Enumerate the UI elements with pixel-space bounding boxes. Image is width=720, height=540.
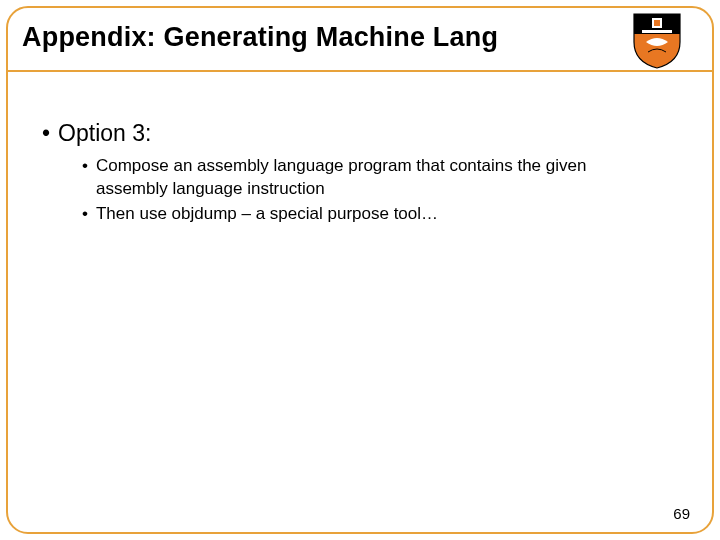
title-bar: Appendix: Generating Machine Lang [8, 8, 712, 72]
list-item: • Compose an assembly language program t… [82, 155, 672, 201]
option-row: • Option 3: [42, 120, 672, 147]
list-item-text: Compose an assembly language program tha… [96, 155, 656, 201]
svg-rect-2 [642, 30, 672, 33]
bullet-icon: • [42, 122, 50, 145]
bullet-icon: • [82, 155, 88, 178]
sub-bullet-list: • Compose an assembly language program t… [42, 153, 672, 226]
option-label: Option 3: [58, 120, 151, 147]
princeton-shield-icon [632, 12, 682, 74]
slide-frame: Appendix: Generating Machine Lang • Opti… [6, 6, 714, 534]
slide-title: Appendix: Generating Machine Lang [22, 22, 692, 53]
list-item: • Then use objdump – a special purpose t… [82, 203, 672, 226]
slide-body: • Option 3: • Compose an assembly langua… [8, 72, 712, 226]
page-number: 69 [673, 505, 690, 522]
svg-rect-1 [654, 20, 660, 26]
list-item-text: Then use objdump – a special purpose too… [96, 203, 438, 226]
bullet-icon: • [82, 203, 88, 226]
